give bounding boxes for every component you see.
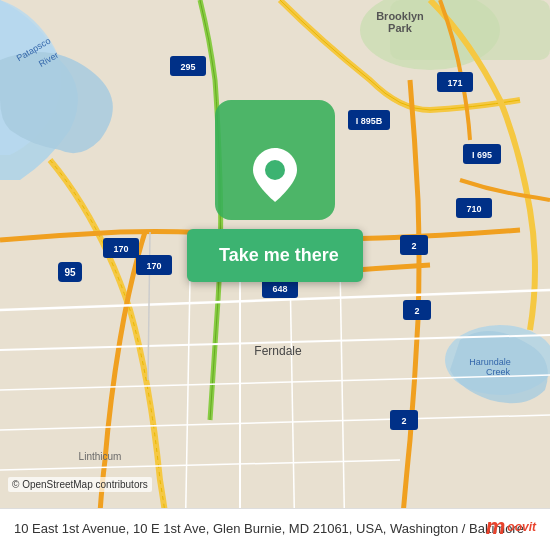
moovit-logo: m oovit: [486, 514, 536, 540]
svg-text:Park: Park: [388, 22, 413, 34]
svg-text:170: 170: [113, 244, 128, 254]
osm-text: © OpenStreetMap contributors: [12, 479, 148, 490]
svg-text:Creek: Creek: [486, 367, 511, 377]
svg-text:Harundale: Harundale: [469, 357, 511, 367]
svg-text:648: 648: [272, 284, 287, 294]
osm-attribution: © OpenStreetMap contributors: [8, 477, 152, 492]
svg-text:2: 2: [401, 416, 406, 426]
svg-text:171: 171: [447, 78, 462, 88]
info-panel: 10 East 1st Avenue, 10 E 1st Ave, Glen B…: [0, 508, 550, 550]
map-container: 95 295 170 170 648 2 2 2 I 895B I 695 17…: [0, 0, 550, 550]
svg-point-46: [265, 160, 285, 180]
moovit-brand-text: oovit: [507, 520, 536, 534]
svg-text:170: 170: [146, 261, 161, 271]
svg-text:95: 95: [64, 267, 76, 278]
svg-text:I 695: I 695: [472, 150, 492, 160]
take-me-there-button[interactable]: Take me there: [187, 229, 363, 282]
svg-text:I 895B: I 895B: [356, 116, 383, 126]
svg-text:Brooklyn: Brooklyn: [376, 10, 424, 22]
map-pin: [253, 148, 297, 192]
svg-text:2: 2: [414, 306, 419, 316]
svg-text:710: 710: [466, 204, 481, 214]
svg-text:2: 2: [411, 241, 416, 251]
svg-text:295: 295: [180, 62, 195, 72]
svg-text:Ferndale: Ferndale: [254, 344, 302, 358]
moovit-m-letter: m: [486, 514, 506, 540]
svg-text:Linthicum: Linthicum: [79, 451, 122, 462]
address-text: 10 East 1st Avenue, 10 E 1st Ave, Glen B…: [14, 521, 524, 536]
